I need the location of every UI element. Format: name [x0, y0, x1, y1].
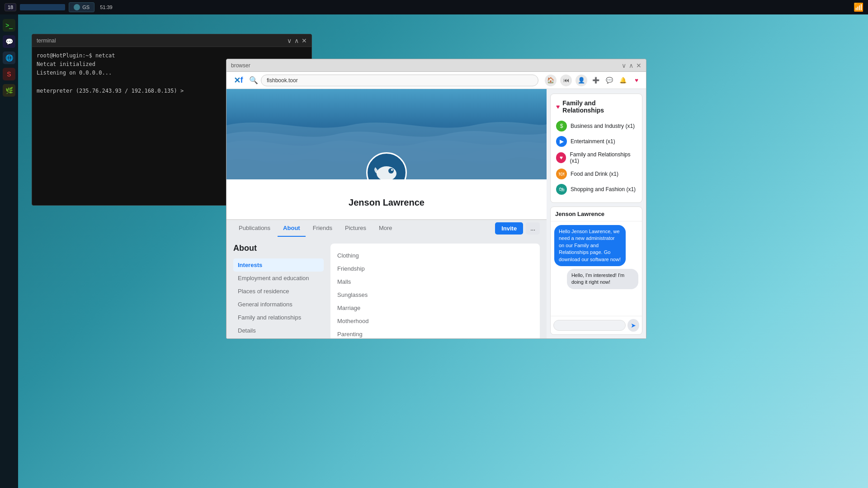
- taskbar-time: 51:39: [100, 5, 113, 10]
- terminal-maximize-btn[interactable]: ∧: [294, 38, 299, 44]
- browser-controls: ∨ ∧ ✕: [622, 62, 642, 69]
- about-sidebar: About Interests Employment and education…: [233, 244, 324, 338]
- browser-maximize-btn[interactable]: ∧: [629, 62, 633, 69]
- badge-label-food: Food and Drink (x1): [571, 171, 618, 177]
- taskbar-badge: 18: [5, 3, 16, 11]
- app-icon: [74, 4, 80, 10]
- browser-minimize-btn[interactable]: ∨: [622, 62, 626, 69]
- badge-label-shopping: Shopping and Fashion (x1): [571, 186, 636, 192]
- badge-family: ♥ Family and Relationships (x1): [556, 149, 637, 166]
- chat-header: Jenson Lawrence: [551, 207, 642, 221]
- progress-bar: [20, 4, 65, 10]
- sidebar-icon-chat[interactable]: 💬: [3, 35, 15, 48]
- badge-icon-business: $: [556, 121, 567, 131]
- sidebar-icon-terminal[interactable]: >_: [3, 19, 15, 32]
- badge-food: 🍽 Food and Drink (x1): [556, 166, 637, 182]
- about-nav-employment[interactable]: Employment and education: [233, 272, 324, 285]
- tab-more[interactable]: More: [373, 220, 398, 237]
- home-nav-icon[interactable]: 🏠: [545, 75, 557, 86]
- chat-messages: Hello Jenson Lawrence, we need a new adm…: [551, 221, 642, 316]
- sidebar: >_ 💬 🌐 S 🌿: [0, 14, 18, 488]
- tab-pictures[interactable]: Pictures: [340, 220, 372, 237]
- interest-clothing[interactable]: Clothing: [337, 250, 533, 261]
- about-nav-general[interactable]: General informations: [233, 298, 324, 311]
- taskbar-right: 📶: [854, 2, 863, 12]
- badge-label-family: Family and Relationships (x1): [570, 151, 637, 164]
- badge-entertainment: ▶ Entertainment (x1): [556, 134, 637, 149]
- right-panel: ♥ Family and Relationships $ Business an…: [547, 89, 646, 338]
- back-nav-icon[interactable]: ⏮: [560, 75, 572, 86]
- sidebar-icon-security[interactable]: S: [3, 68, 15, 80]
- fishbook-content: Jenson Lawrence Publications About Frien…: [226, 89, 646, 338]
- heart-icon[interactable]: ♥: [631, 75, 642, 86]
- about-content: Clothing Friendship Malls Sunglasses Mar…: [330, 244, 540, 338]
- badge-business: $ Business and Industry (x1): [556, 118, 637, 134]
- interest-malls[interactable]: Malls: [337, 277, 533, 287]
- invite-button[interactable]: Invite: [495, 222, 523, 235]
- interests-list: Clothing Friendship Malls Sunglasses Mar…: [337, 250, 533, 338]
- interest-sunglasses[interactable]: Sunglasses: [337, 290, 533, 300]
- profile-name: Jenson Lawrence: [236, 197, 538, 208]
- terminal-title: terminal: [37, 38, 56, 44]
- more-button[interactable]: ...: [526, 222, 540, 235]
- interests-card-title: ♥ Family and Relationships: [556, 99, 637, 114]
- browser-title: browser: [231, 62, 250, 69]
- browser-close-btn[interactable]: ✕: [636, 62, 642, 69]
- cover-photo: [226, 89, 547, 179]
- svg-point-2: [388, 168, 394, 174]
- taskbar-app[interactable]: GS: [69, 2, 94, 12]
- svg-point-3: [391, 169, 393, 171]
- tab-about[interactable]: About: [278, 220, 306, 237]
- about-nav-family[interactable]: Family and relationships: [233, 311, 324, 324]
- badge-icon-family: ♥: [556, 152, 566, 163]
- badge-icon-shopping: 🛍: [556, 184, 567, 195]
- badge-icon-food: 🍽: [556, 169, 567, 179]
- chat-panel: Jenson Lawrence Hello Jenson Lawrence, w…: [550, 206, 642, 335]
- sidebar-icon-camo[interactable]: 🌿: [3, 84, 15, 97]
- heart-card-icon: ♥: [556, 103, 560, 110]
- terminal-minimize-btn[interactable]: ∨: [287, 38, 292, 44]
- badge-label-entertainment: Entertainment (x1): [571, 138, 615, 145]
- chat-received-message: Hello Jenson Lawrence, we need a new adm…: [554, 225, 626, 266]
- about-title: About: [233, 244, 324, 253]
- taskbar: 18 GS 51:39 📶: [0, 0, 868, 14]
- profile-tabs: Publications About Friends Pictures More…: [226, 220, 547, 237]
- browser-window: browser ∨ ∧ ✕ ✕f 🔍 fishbook.toor 🏠 ⏮ 👤 ➕…: [226, 59, 646, 339]
- browser-toolbar: ✕f 🔍 fishbook.toor 🏠 ⏮ 👤 ➕ 💬 🔔 ♥: [226, 72, 646, 89]
- badge-label-business: Business and Industry (x1): [571, 123, 635, 129]
- chat-input[interactable]: [553, 320, 626, 331]
- app-name: GS: [82, 5, 90, 10]
- interest-marriage[interactable]: Marriage: [337, 303, 533, 313]
- wifi-icon: 📶: [854, 2, 863, 12]
- badge-shopping: 🛍 Shopping and Fashion (x1): [556, 182, 637, 197]
- about-nav-places[interactable]: Places of residence: [233, 285, 324, 298]
- sidebar-icon-globe[interactable]: 🌐: [3, 52, 15, 64]
- comment-icon[interactable]: 💬: [604, 75, 615, 86]
- tab-friends[interactable]: Friends: [307, 220, 338, 237]
- browser-action-icons: ➕ 💬 🔔 ♥: [590, 75, 642, 86]
- add-icon[interactable]: ➕: [590, 75, 602, 86]
- profile-main: Jenson Lawrence Publications About Frien…: [226, 89, 547, 338]
- browser-nav-icons: 🏠 ⏮ 👤: [545, 75, 587, 86]
- interest-parenting[interactable]: Parenting: [337, 329, 533, 338]
- badge-icon-entertainment: ▶: [556, 136, 567, 147]
- user-nav-icon[interactable]: 👤: [576, 75, 587, 86]
- terminal-titlebar: terminal ∨ ∧ ✕: [32, 34, 311, 47]
- url-bar[interactable]: fishbook.toor: [261, 75, 538, 86]
- profile-body: About Interests Employment and education…: [226, 237, 547, 338]
- about-nav-events[interactable]: Important events: [233, 337, 324, 338]
- chat-sent-message: Hello, I'm interested! I'm doing it righ…: [567, 269, 638, 289]
- interest-motherhood[interactable]: Motherhood: [337, 316, 533, 326]
- terminal-controls: ∨ ∧ ✕: [287, 38, 307, 44]
- terminal-close-btn[interactable]: ✕: [302, 38, 307, 44]
- tab-publications[interactable]: Publications: [233, 220, 276, 237]
- avatar-image: [368, 155, 405, 179]
- bell-icon[interactable]: 🔔: [617, 75, 629, 86]
- chat-input-area: ➤: [551, 316, 642, 334]
- about-nav-interests[interactable]: Interests: [233, 258, 324, 272]
- about-nav-details[interactable]: Details: [233, 324, 324, 337]
- search-icon: 🔍: [249, 76, 258, 84]
- interest-friendship[interactable]: Friendship: [337, 263, 533, 274]
- browser-titlebar: browser ∨ ∧ ✕: [226, 59, 646, 72]
- chat-send-button[interactable]: ➤: [627, 319, 639, 332]
